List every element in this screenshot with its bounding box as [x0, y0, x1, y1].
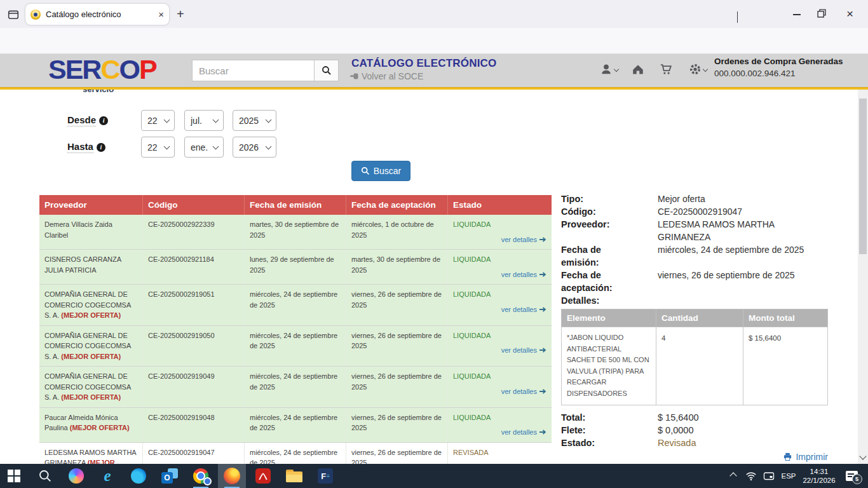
items-col-cantidad: Cantidad [656, 309, 743, 327]
col-fecha-emision: Fecha de emisión [245, 195, 346, 215]
imprimir-link[interactable]: Imprimir [783, 451, 828, 463]
orders-generated-summary: Ordenes de Compra Generadas 000.000.002.… [714, 57, 854, 78]
tray-language[interactable]: ESP [778, 464, 799, 488]
window-close-button[interactable]: × [846, 7, 853, 21]
ver-detalles-link[interactable]: ver detalles [501, 428, 537, 436]
edge-icon[interactable] [125, 464, 153, 488]
flete-value: $ 0,0000 [632, 424, 828, 437]
status-badge: LIQUIDADA [453, 219, 546, 230]
ver-detalles-link[interactable]: ver detalles [501, 236, 537, 243]
cart-icon[interactable] [660, 63, 672, 76]
orders-table: Proveedor Código Fecha de emisión Fecha … [39, 195, 552, 464]
window-restore-button[interactable] [817, 9, 826, 18]
browser-tab[interactable]: Catálogo electrónico × [25, 4, 169, 25]
cell-estado: LIQUIDADA ver detalles [448, 285, 552, 325]
printer-icon [783, 452, 792, 461]
volver-al-soce-link[interactable]: Volver al SOCE [350, 71, 423, 81]
total-value: $ 15,6400 [632, 411, 828, 424]
status-badge: LIQUIDADA [453, 330, 546, 341]
status-badge: LIQUIDADA [453, 289, 546, 300]
cell-codigo: CE-20250002922339 [143, 215, 245, 249]
tray-chevron-up-icon[interactable] [724, 464, 742, 488]
internet-explorer-icon[interactable]: e [93, 464, 121, 488]
file-explorer-icon[interactable] [280, 464, 308, 488]
tipo-label: Tipo: [561, 193, 632, 205]
hasta-month-select[interactable]: ene. [184, 137, 224, 158]
cell-proveedor: COMPAÑIA GENERAL DE COMERCIO COGECOMSA S… [39, 326, 143, 367]
tab-list-chevron-icon[interactable] [737, 11, 738, 23]
order-row: Demera Villacis Zaida Claribel CE-202500… [39, 215, 552, 249]
col-fecha-aceptacion: Fecha de aceptación [346, 195, 448, 215]
cell-emision: lunes, 29 de septiembre de 2025 [245, 250, 346, 284]
taskbar-search-button[interactable] [31, 464, 59, 488]
settings-gear-icon[interactable] [689, 63, 707, 76]
arrow-right-icon [539, 236, 546, 243]
tray-date: 22/1/2026 [803, 476, 835, 485]
cell-codigo: CE-20250002919048 [143, 408, 245, 442]
cell-estado: LIQUIDADA ver detalles [448, 326, 552, 367]
browser-toolbar: catalogoelectronico.compraspublicas.gob.… [0, 28, 868, 54]
cell-estado: LIQUIDADA ver detalles [448, 250, 552, 284]
header-search-input[interactable] [192, 60, 315, 81]
flete-label: Flete: [561, 424, 632, 437]
estado-value: Revisada [632, 437, 828, 449]
mejor-oferta-tag: (MEJOR OFERTA) [70, 424, 130, 431]
header-search-button[interactable] [314, 60, 339, 81]
proveedor-label: Proveedor: [561, 218, 632, 243]
info-icon[interactable]: i [99, 116, 108, 125]
firefox-view-icon[interactable] [5, 6, 22, 23]
scrollbar-thumb[interactable] [859, 98, 867, 254]
cell-codigo: CE-20250002921184 [143, 250, 245, 284]
ver-detalles-link[interactable]: ver detalles [501, 346, 537, 354]
ver-detalles-link[interactable]: ver detalles [501, 306, 537, 313]
hasta-year-select[interactable]: 2026 [233, 137, 276, 158]
notifications-button[interactable]: 5 [840, 464, 863, 488]
user-menu-icon[interactable] [600, 63, 618, 76]
display-tray-icon[interactable] [760, 464, 778, 488]
window-minimize-button[interactable] [788, 5, 806, 23]
desde-month-select[interactable]: jul. [184, 110, 224, 131]
hasta-day-select-wrap: 22 [141, 137, 175, 158]
info-icon[interactable]: i [97, 143, 105, 152]
ver-detalles-link[interactable]: ver detalles [501, 388, 537, 395]
buscar-button[interactable]: Buscar [351, 161, 410, 181]
order-totals: Total:$ 15,6400 Flete:$ 0,0000 Estado:Re… [561, 411, 828, 449]
cell-aceptacion: viernes, 26 de septiembre de 2025 [346, 326, 448, 367]
browser-titlebar: Catálogo electrónico × + × [0, 0, 868, 28]
tray-clock[interactable]: 14:31 22/1/2026 [799, 464, 839, 488]
tab-close-icon[interactable]: × [158, 10, 164, 19]
acrobat-icon[interactable] [249, 464, 277, 488]
hasta-day-select[interactable]: 22 [141, 137, 175, 158]
order-row: LEDESMA RAMOS MARTHA GRIMANEZA (MEJOR OF… [39, 442, 552, 464]
cell-estado: LIQUIDADA ver detalles [448, 408, 552, 442]
page-scrollbar[interactable] [858, 54, 868, 464]
firefox-icon[interactable] [218, 464, 246, 488]
wifi-icon[interactable] [742, 464, 760, 488]
item-monto: $ 15,6400 [743, 327, 827, 405]
aceptacion-value: viernes, 26 de septiembre de 2025 [632, 269, 828, 294]
header-yellow-band [0, 87, 868, 90]
scroll-down-icon[interactable] [859, 452, 866, 459]
start-button[interactable] [0, 464, 28, 488]
finance-app-icon[interactable]: F≡ [311, 464, 339, 488]
ver-detalles-link[interactable]: ver detalles [501, 271, 537, 278]
home-icon[interactable] [632, 63, 644, 76]
arrow-right-icon [539, 271, 546, 278]
desde-day-select-wrap: 22 [141, 110, 175, 131]
mejor-oferta-tag: (MEJOR OFERTA) [61, 311, 121, 319]
outlook-icon[interactable]: O [156, 464, 184, 488]
chrome-icon[interactable] [187, 464, 215, 488]
sercop-logo[interactable]: SERCOP [48, 55, 156, 84]
new-tab-button[interactable]: + [177, 8, 184, 20]
cell-emision: martes, 30 de septiembre de 2025 [245, 215, 346, 249]
aceptacion-label: Fecha de aceptación: [561, 269, 632, 294]
status-badge: LIQUIDADA [453, 254, 546, 265]
mejor-oferta-tag: (MEJOR OFERTA) [61, 353, 121, 360]
cell-estado: REVISADA ver detalles [448, 443, 552, 464]
desde-year-select[interactable]: 2025 [233, 110, 276, 131]
status-badge: REVISADA [453, 447, 546, 458]
cell-codigo: CE-20250002919051 [143, 285, 245, 325]
cell-proveedor: Paucar Almeida Mónica Paulina (MEJOR OFE… [39, 408, 143, 442]
desde-day-select[interactable]: 22 [141, 110, 175, 131]
copilot-icon[interactable] [62, 464, 90, 488]
